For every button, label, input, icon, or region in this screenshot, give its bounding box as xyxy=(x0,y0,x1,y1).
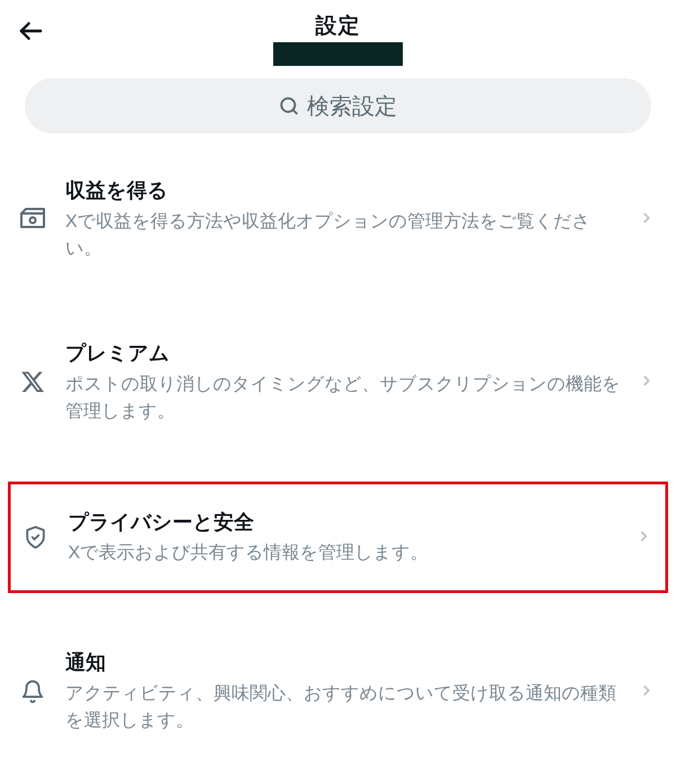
item-content: プレミアム ポストの取り消しのタイミングなど、サブスクリプションの機能を管理しま… xyxy=(65,340,622,424)
settings-list: 収益を得る Xで収益を得る方法や収益化オプションの管理方法をご覧ください。 プレ… xyxy=(0,156,676,756)
header: 設定 xyxy=(0,0,676,72)
chevron-right-icon xyxy=(636,528,652,546)
shield-check-icon xyxy=(20,525,51,550)
svg-line-2 xyxy=(293,110,297,114)
search-icon xyxy=(279,96,299,116)
chevron-right-icon xyxy=(639,683,655,701)
search-placeholder: 検索設定 xyxy=(307,91,397,122)
settings-item-privacy[interactable]: プライバシーと安全 Xで表示および共有する情報を管理します。 xyxy=(8,482,668,594)
arrow-left-icon xyxy=(18,18,44,44)
item-description: Xで収益を得る方法や収益化オプションの管理方法をご覧ください。 xyxy=(65,207,622,261)
item-content: 収益を得る Xで収益を得る方法や収益化オプションの管理方法をご覧ください。 xyxy=(65,177,622,261)
page-title: 設定 xyxy=(315,11,361,40)
settings-item-notifications[interactable]: 通知 アクティビティ、興味関心、おすすめについて受け取る通知の種類を選択します。 xyxy=(8,628,668,756)
redacted-username xyxy=(273,42,403,66)
item-title: 収益を得る xyxy=(65,177,622,204)
svg-point-4 xyxy=(30,217,35,223)
svg-rect-3 xyxy=(21,213,44,227)
item-title: プライバシーと安全 xyxy=(68,509,619,536)
chevron-right-icon xyxy=(639,373,655,391)
back-button[interactable] xyxy=(17,17,45,45)
settings-item-monetization[interactable]: 収益を得る Xで収益を得る方法や収益化オプションの管理方法をご覧ください。 xyxy=(8,156,668,284)
money-icon xyxy=(17,206,48,233)
chevron-right-icon xyxy=(639,210,655,228)
search-input[interactable]: 検索設定 xyxy=(25,78,651,133)
item-description: アクティビティ、興味関心、おすすめについて受け取る通知の種類を選択します。 xyxy=(65,679,622,733)
x-logo-icon xyxy=(17,369,48,394)
item-description: Xで表示および共有する情報を管理します。 xyxy=(68,538,619,565)
item-content: 通知 アクティビティ、興味関心、おすすめについて受け取る通知の種類を選択します。 xyxy=(65,649,622,733)
header-center: 設定 xyxy=(273,11,403,66)
bell-icon xyxy=(17,679,48,704)
settings-item-premium[interactable]: プレミアム ポストの取り消しのタイミングなど、サブスクリプションの機能を管理しま… xyxy=(8,319,668,447)
search-container: 検索設定 xyxy=(0,72,676,156)
item-content: プライバシーと安全 Xで表示および共有する情報を管理します。 xyxy=(68,509,619,566)
item-title: プレミアム xyxy=(65,340,622,367)
item-description: ポストの取り消しのタイミングなど、サブスクリプションの機能を管理します。 xyxy=(65,370,622,424)
item-title: 通知 xyxy=(65,649,622,676)
